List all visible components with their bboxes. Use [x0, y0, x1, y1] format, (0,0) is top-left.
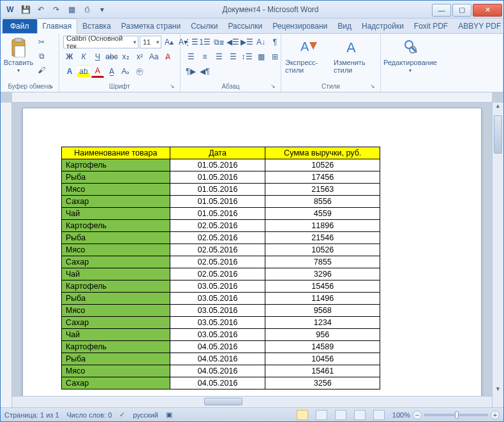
rtl-icon[interactable]: ◀¶ [198, 65, 211, 78]
word-icon[interactable]: W [3, 3, 17, 17]
tab-home[interactable]: Главная [37, 18, 78, 34]
table-cell[interactable]: Сахар [62, 196, 170, 208]
table-row[interactable]: Мясо01.05.201621563 [62, 184, 380, 196]
tab-view[interactable]: Вид [332, 19, 357, 33]
table-cell[interactable]: 03.05.2016 [170, 329, 265, 341]
line-spacing-icon[interactable]: ↕☰ [241, 50, 253, 63]
quick-styles-button[interactable]: A Экспресс-стили [285, 36, 331, 74]
table-row[interactable]: Рыба02.05.201621546 [62, 232, 380, 244]
document-page[interactable]: Наименование товара Дата Сумма выручки, … [22, 108, 482, 407]
table-cell[interactable]: 04.05.2016 [170, 377, 265, 389]
font-name-combo[interactable]: Calibri (Основной тек [63, 36, 138, 48]
font-size-combo[interactable]: 11 [140, 36, 161, 48]
tab-references[interactable]: Ссылки [186, 19, 223, 33]
table-cell[interactable]: Картофель [62, 159, 170, 171]
table-row[interactable]: Чай03.05.2016956 [62, 329, 380, 341]
italic-icon[interactable]: К [77, 50, 90, 63]
align-left-icon[interactable]: ☰ [184, 50, 197, 63]
zoom-in-icon[interactable]: + [491, 411, 500, 419]
cut-icon[interactable]: ✂ [35, 36, 48, 48]
table-row[interactable]: Сахар02.05.20167855 [62, 256, 380, 268]
table-cell[interactable]: 03.05.2016 [170, 293, 265, 305]
table-cell[interactable]: 17456 [265, 171, 380, 184]
table-cell[interactable]: Рыба [62, 171, 170, 184]
close-button[interactable]: ✕ [473, 4, 502, 17]
minimize-button[interactable]: — [432, 4, 451, 17]
align-right-icon[interactable]: ☰ [212, 50, 225, 63]
table-row[interactable]: Чай01.05.20164559 [62, 208, 380, 220]
hscroll-thumb[interactable] [204, 398, 242, 405]
borders-icon[interactable]: ⊞ [269, 50, 281, 63]
subscript-icon[interactable]: x₂ [119, 50, 132, 63]
bold-icon[interactable]: Ж [63, 50, 76, 63]
text-effects-icon[interactable]: A [63, 65, 76, 78]
table-cell[interactable]: Сахар [62, 256, 170, 268]
sort-icon[interactable]: A↓ [255, 36, 267, 48]
scroll-up-icon[interactable]: ▲ [493, 103, 503, 113]
table-cell[interactable]: 01.05.2016 [170, 159, 265, 171]
status-page[interactable]: Страница: 1 из 1 [4, 411, 59, 419]
tab-insert[interactable]: Вставка [77, 19, 116, 33]
table-row[interactable]: Картофель02.05.201611896 [62, 220, 380, 232]
table-cell[interactable]: Картофель [62, 220, 170, 232]
table-cell[interactable]: Картофель [62, 280, 170, 293]
table-row[interactable]: Сахар03.05.20161234 [62, 317, 380, 329]
table-cell[interactable]: 04.05.2016 [170, 365, 265, 377]
table-row[interactable]: Картофель03.05.201615456 [62, 280, 380, 293]
copy-icon[interactable]: ⧉ [35, 50, 48, 62]
table-cell[interactable]: Мясо [62, 365, 170, 377]
table-cell[interactable]: Чай [62, 329, 170, 341]
styles-launcher-icon[interactable]: ↘ [369, 83, 376, 91]
table-cell[interactable]: 7855 [265, 256, 380, 268]
paragraph-launcher-icon[interactable]: ↘ [269, 83, 277, 91]
tab-addins[interactable]: Надстройки [357, 19, 409, 33]
table-cell[interactable]: 956 [265, 329, 380, 341]
table-cell[interactable]: 15456 [265, 280, 380, 293]
table-cell[interactable]: Сахар [62, 377, 170, 389]
highlight-icon[interactable]: ab [77, 65, 90, 78]
scroll-thumb[interactable] [494, 115, 502, 154]
table-row[interactable]: Мясо02.05.201610526 [62, 244, 380, 256]
font-color-icon[interactable]: A [91, 65, 104, 78]
table-cell[interactable]: 1234 [265, 317, 380, 329]
table-cell[interactable]: 10526 [265, 244, 380, 256]
zoom-knob[interactable] [455, 411, 459, 419]
table-cell[interactable]: Чай [62, 268, 170, 280]
table-cell[interactable]: 03.05.2016 [170, 317, 265, 329]
table-row[interactable]: Сахар04.05.20163256 [62, 377, 380, 389]
table-row[interactable]: Чай02.05.20163296 [62, 268, 380, 280]
redo-icon[interactable]: ↷ [49, 3, 63, 17]
macro-icon[interactable]: ▣ [166, 411, 172, 419]
table-cell[interactable]: Мясо [62, 244, 170, 256]
table-row[interactable]: Картофель01.05.201610526 [62, 159, 380, 171]
table-cell[interactable]: 02.05.2016 [170, 244, 265, 256]
table-row[interactable]: Мясо04.05.201615461 [62, 365, 380, 377]
font-launcher-icon[interactable]: ↘ [168, 83, 176, 91]
vertical-ruler[interactable] [1, 103, 12, 407]
decrease-indent-icon[interactable]: ◀☰ [226, 36, 239, 48]
table-cell[interactable]: 01.05.2016 [170, 196, 265, 208]
spellcheck-icon[interactable]: ✓ [119, 411, 125, 419]
vertical-scrollbar[interactable]: ▲ ▼ [492, 103, 503, 407]
table-cell[interactable]: Сахар [62, 317, 170, 329]
table-cell[interactable]: Картофель [62, 341, 170, 353]
table-row[interactable]: Рыба04.05.201610456 [62, 353, 380, 365]
table-cell[interactable]: Рыба [62, 293, 170, 305]
table-cell[interactable]: Мясо [62, 184, 170, 196]
change-styles-button[interactable]: A Изменить стили [334, 36, 372, 74]
clear-format-icon[interactable]: A̷ [161, 50, 174, 63]
show-marks-icon[interactable]: ¶ [269, 36, 281, 48]
web-layout-view-icon[interactable] [335, 410, 346, 420]
status-language[interactable]: русский [133, 411, 158, 419]
table-row[interactable]: Рыба03.05.201611496 [62, 293, 380, 305]
change-case-icon[interactable]: Aa [147, 50, 160, 63]
table-cell[interactable]: 8556 [265, 196, 380, 208]
align-center-icon[interactable]: ≡ [198, 50, 211, 63]
ltr-icon[interactable]: ¶▶ [184, 65, 197, 78]
table-cell[interactable]: 11496 [265, 293, 380, 305]
table-row[interactable]: Мясо03.05.20169568 [62, 305, 380, 317]
clipboard-launcher-icon[interactable]: ↘ [47, 83, 55, 91]
editing-button[interactable]: Редактирование ▾ [385, 36, 436, 73]
superscript-icon[interactable]: x² [133, 50, 146, 63]
table-cell[interactable]: 02.05.2016 [170, 232, 265, 244]
